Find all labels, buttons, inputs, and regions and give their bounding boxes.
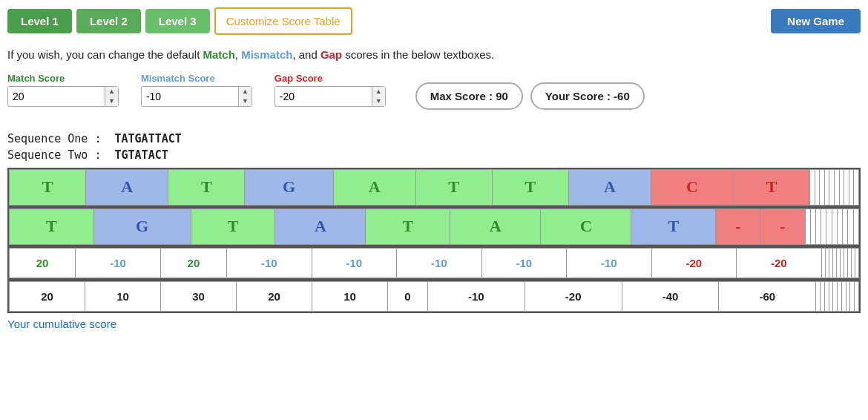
cumul-cell: -40 bbox=[622, 281, 719, 311]
seq1-cell: T bbox=[415, 169, 492, 205]
score-cell: -10 bbox=[397, 248, 482, 278]
seq1-cell: C bbox=[651, 169, 733, 205]
seq2-cell: A bbox=[450, 209, 541, 244]
seq1-cell: T bbox=[492, 169, 568, 205]
seq1-cell: T bbox=[734, 169, 810, 205]
seq2-cell: T bbox=[366, 209, 450, 244]
match-score-spinner: ▲ ▼ bbox=[105, 87, 118, 106]
mismatch-score-down[interactable]: ▼ bbox=[239, 96, 251, 106]
score-controls: Match Score ▲ ▼ Mismatch Score ▲ ▼ G bbox=[7, 73, 861, 120]
cumul-cell: 20 bbox=[237, 281, 312, 311]
cumul-cell: 30 bbox=[161, 281, 237, 311]
seq2-cell: C bbox=[541, 209, 631, 244]
seq1-cell: A bbox=[568, 169, 651, 205]
mismatch-score-label: Mismatch Score bbox=[141, 73, 252, 84]
score-cell: -10 bbox=[227, 248, 312, 278]
score-badges: Max Score : 90 Your Score : -60 bbox=[415, 82, 645, 110]
seq2-cell: A bbox=[275, 209, 366, 244]
info-text: If you wish, you can change the default … bbox=[7, 48, 861, 61]
match-score-input-wrap: ▲ ▼ bbox=[7, 86, 119, 107]
seq2-cell bbox=[821, 209, 826, 244]
mismatch-score-up[interactable]: ▲ bbox=[239, 87, 251, 96]
score-cell bbox=[855, 248, 858, 278]
match-score-input[interactable] bbox=[8, 88, 105, 105]
gap-score-label: Gap Score bbox=[274, 73, 386, 84]
sequence-two-label: Sequence Two : TGTATACT bbox=[7, 148, 861, 162]
seq2-cell: T bbox=[10, 209, 94, 244]
gap-score-down[interactable]: ▼ bbox=[372, 96, 385, 106]
seq2-cell: T bbox=[191, 209, 275, 244]
cumul-cell: -60 bbox=[719, 281, 816, 311]
score-inputs: Match Score ▲ ▼ Mismatch Score ▲ ▼ G bbox=[7, 73, 386, 107]
score-cell: 20 bbox=[10, 248, 76, 278]
score-cell: -10 bbox=[567, 248, 652, 278]
score-cell: -20 bbox=[651, 248, 737, 278]
info-prefix: If you wish, you can change the default bbox=[7, 48, 203, 61]
gap-score-input[interactable] bbox=[275, 88, 372, 105]
seq1-cell: A bbox=[333, 169, 415, 205]
match-word: Match bbox=[203, 48, 235, 61]
gap-word: Gap bbox=[320, 48, 342, 61]
match-score-down[interactable]: ▼ bbox=[105, 96, 118, 106]
score-cell: 20 bbox=[160, 248, 226, 278]
cumulative-score-link[interactable]: Your cumulative score bbox=[7, 318, 116, 330]
info-suffix: scores in the below textboxes. bbox=[342, 48, 494, 61]
cumul-cell: 10 bbox=[312, 281, 388, 311]
seq2-cell bbox=[832, 209, 837, 244]
score-cell: -10 bbox=[481, 248, 567, 278]
sequence-one-label: Sequence One : TATGATTACT bbox=[7, 132, 861, 145]
seq2-cell bbox=[853, 209, 858, 244]
level3-button[interactable]: Level 3 bbox=[145, 9, 210, 33]
level2-button[interactable]: Level 2 bbox=[76, 9, 141, 33]
seq2-cell bbox=[843, 209, 848, 244]
seq2-cell bbox=[805, 209, 810, 244]
info-comma1: , bbox=[235, 48, 241, 61]
seq2-cell: T bbox=[631, 209, 716, 244]
cumul-cell: -20 bbox=[525, 281, 622, 311]
mismatch-score-field: Mismatch Score ▲ ▼ bbox=[141, 73, 252, 107]
seq1-cell bbox=[854, 169, 859, 205]
seq2-cell bbox=[837, 209, 842, 244]
match-score-label: Match Score bbox=[7, 73, 119, 84]
gap-score-up[interactable]: ▲ bbox=[372, 87, 385, 96]
score-cell: -10 bbox=[312, 248, 397, 278]
score-cell: -20 bbox=[737, 248, 822, 278]
seq1-cell: G bbox=[245, 169, 333, 205]
seq2-cell bbox=[848, 209, 853, 244]
seq1-cell: T bbox=[168, 169, 245, 205]
cumul-cell bbox=[855, 281, 859, 311]
seq2-cell bbox=[826, 209, 832, 244]
seq2-cell bbox=[816, 209, 821, 244]
gap-score-field: Gap Score ▲ ▼ bbox=[274, 73, 386, 107]
seq2-cell bbox=[810, 209, 815, 244]
seq1-cell: A bbox=[86, 169, 168, 205]
cumul-cell: 10 bbox=[85, 281, 161, 311]
your-score-badge: Your Score : -60 bbox=[530, 82, 645, 110]
gap-score-spinner: ▲ ▼ bbox=[372, 87, 385, 106]
info-and: , and bbox=[292, 48, 320, 61]
toolbar: Level 1 Level 2 Level 3 Customize Score … bbox=[7, 7, 861, 35]
seq2-cell: G bbox=[93, 209, 191, 244]
match-score-field: Match Score ▲ ▼ bbox=[7, 73, 119, 107]
mismatch-score-input-wrap: ▲ ▼ bbox=[141, 86, 252, 107]
alignment-container: TATGATTACTTGTATACT--20-1020-10-10-10-10-… bbox=[7, 168, 861, 313]
seq2-cell: - bbox=[760, 209, 805, 244]
cumul-cell: 20 bbox=[10, 281, 85, 311]
seq1-cell: T bbox=[10, 169, 86, 205]
level1-button[interactable]: Level 1 bbox=[7, 9, 72, 33]
mismatch-score-input[interactable] bbox=[142, 88, 238, 105]
cumul-cell: -10 bbox=[427, 281, 525, 311]
seq2-cell: - bbox=[716, 209, 760, 244]
mismatch-word: Mismatch bbox=[241, 48, 292, 61]
mismatch-score-spinner: ▲ ▼ bbox=[238, 87, 251, 106]
score-cell: -10 bbox=[76, 248, 161, 278]
match-score-up[interactable]: ▲ bbox=[105, 87, 118, 96]
customize-button[interactable]: Customize Score Table bbox=[214, 7, 352, 35]
new-game-button[interactable]: New Game bbox=[771, 9, 861, 33]
max-score-badge: Max Score : 90 bbox=[415, 82, 523, 110]
cumul-cell: 0 bbox=[388, 281, 428, 311]
gap-score-input-wrap: ▲ ▼ bbox=[274, 86, 386, 107]
